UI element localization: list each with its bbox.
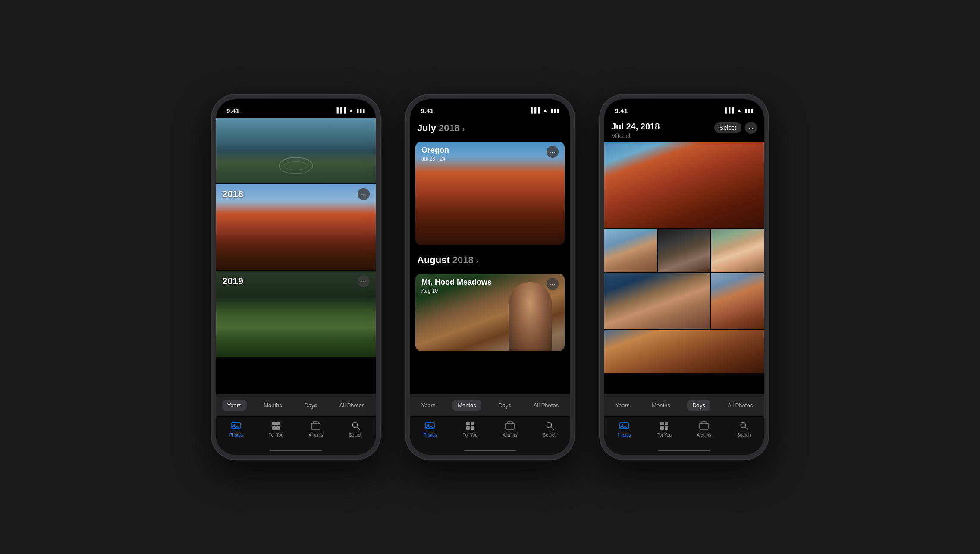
year-label-2019: 2019 [222,276,243,287]
tab-search-2[interactable]: Search [535,421,565,438]
segment-years-3[interactable]: Years [610,400,635,411]
more-btn-day[interactable]: ··· [745,122,757,134]
segment-days-2[interactable]: Days [493,400,516,411]
segment-years-2[interactable]: Years [416,400,441,411]
tab-albums-3[interactable]: Albums [689,421,719,438]
svg-rect-22 [660,426,664,430]
wifi-icon-3: ▲ [737,107,742,113]
segment-control-3: Years Months Days All Photos [604,394,764,416]
svg-point-7 [352,422,358,428]
segment-days-3[interactable]: Days [687,400,710,411]
status-icons-2: ▐▐▐ ▲ ▮▮▮ [529,107,559,113]
photo-desert3-wrap[interactable] [604,330,764,373]
segment-days-1[interactable]: Days [299,400,322,411]
tab-search-3[interactable]: Search [729,421,759,438]
tab-label-photos-1: Photos [229,433,243,438]
segment-allphotos-1[interactable]: All Photos [334,400,370,411]
tab-photos-1[interactable]: Photos [221,421,251,438]
photos-icon-3 [618,421,630,431]
search-icon-2 [544,421,556,431]
notch-1 [264,99,328,112]
battery-icon: ▮▮▮ [356,107,365,113]
tab-label-albums-1: Albums [309,433,323,438]
tab-foryou-1[interactable]: For You [261,421,291,438]
tab-label-foryou-2: For You [463,433,477,438]
mthood-name: Mt. Hood Meadows [421,278,559,287]
tab-label-foryou-1: For You [269,433,283,438]
tab-label-foryou-3: For You [657,433,672,438]
month-chevron-august[interactable]: › [476,257,478,265]
notch-2 [458,99,522,112]
phone-days: 9:41 ▐▐▐ ▲ ▮▮▮ Jul 24, 2018 Mitchell Sel… [600,95,768,459]
more-btn-2018[interactable]: ··· [358,188,370,200]
svg-rect-3 [276,422,280,425]
segment-months-1[interactable]: Months [258,400,287,411]
signal-icon: ▐▐▐ [335,107,346,113]
months-content: July 2018 › Oregon Jul 23 - 24 ··· Augus… [410,118,570,394]
photo-couple[interactable] [711,229,764,272]
lake-photo-card[interactable] [216,118,376,183]
oregon-card[interactable]: Oregon Jul 23 - 24 ··· [415,142,565,245]
month-header-august: August 2018 › [410,250,570,270]
mthood-card[interactable]: Mt. Hood Meadows Aug 10 ··· [415,274,565,351]
select-btn[interactable]: Select [714,122,741,133]
svg-line-26 [745,427,748,430]
year-2019-card[interactable]: 2019 ··· [216,271,376,357]
status-icons-1: ▐▐▐ ▲ ▮▮▮ [335,107,365,113]
lake-ripple [279,157,313,174]
segment-allphotos-3[interactable]: All Photos [722,400,758,411]
more-btn-2019[interactable]: ··· [358,275,370,287]
svg-rect-20 [660,422,664,425]
search-icon-3 [738,421,750,431]
photo-boy[interactable] [604,229,657,272]
segment-months-3[interactable]: Months [647,400,675,411]
photos-icon-2 [424,421,436,431]
photo-volcano[interactable] [604,273,710,329]
svg-rect-23 [665,426,668,430]
main-desert-photo[interactable] [604,142,764,228]
svg-line-17 [551,427,554,430]
more-btn-mthood[interactable]: ··· [547,278,559,290]
home-indicator-1 [270,450,322,451]
tab-foryou-3[interactable]: For You [649,421,679,438]
tab-label-search-1: Search [349,433,363,438]
tab-photos-2[interactable]: Photos [415,421,445,438]
tab-photos-3[interactable]: Photos [609,421,639,438]
foryou-icon-1 [270,421,282,431]
home-indicator-3 [658,450,710,451]
albums-icon-1 [310,421,322,431]
tab-albums-2[interactable]: Albums [495,421,525,438]
photo-sculpture[interactable] [658,229,710,272]
tab-bar-3: Photos For You [604,416,764,455]
status-time-3: 9:41 [615,107,628,114]
svg-rect-21 [665,422,668,425]
year-label-2018: 2018 [222,189,243,200]
tab-label-albums-3: Albums [697,433,711,438]
segment-control-1: Years Months Days All Photos [216,394,376,416]
month-chevron-july[interactable]: › [462,125,465,133]
status-icons-3: ▐▐▐ ▲ ▮▮▮ [723,107,754,113]
tab-foryou-2[interactable]: For You [455,421,485,438]
photo-desert2[interactable] [711,273,764,329]
desert-main-img [604,142,764,228]
more-btn-oregon[interactable]: ··· [547,146,559,158]
day-header-info: Jul 24, 2018 Mitchell [611,122,660,139]
tab-label-albums-2: Albums [503,433,517,438]
svg-rect-15 [506,423,514,429]
notch-3 [652,99,716,112]
day-header-row: Jul 24, 2018 Mitchell Select ··· [604,118,764,141]
svg-rect-6 [311,423,320,429]
segment-allphotos-2[interactable]: All Photos [528,400,564,411]
year-2018-months: 2018 [439,123,460,134]
photo-grid-row2 [604,273,764,329]
svg-rect-13 [466,426,470,430]
segment-years-1[interactable]: Years [222,400,247,411]
tab-albums-1[interactable]: Albums [301,421,331,438]
year-2018-card[interactable]: 2018 ··· [216,184,376,270]
phone-years: 9:41 ▐▐▐ ▲ ▮▮▮ 2018 ··· [212,95,380,459]
day-subtitle: Mitchell [611,132,660,139]
battery-icon-3: ▮▮▮ [744,107,754,113]
tab-search-1[interactable]: Search [341,421,371,438]
segment-months-2[interactable]: Months [452,400,481,411]
foryou-icon-2 [464,421,476,431]
